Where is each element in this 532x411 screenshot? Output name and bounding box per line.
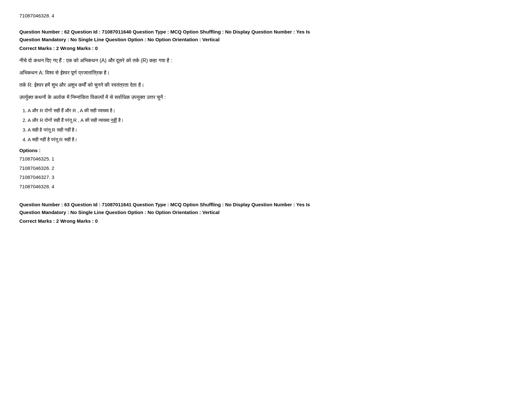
q62-choice-3: 3. A सही है परंतु R सही नहीं है। bbox=[23, 125, 513, 135]
q62-meta: Question Number : 62 Question Id : 71087… bbox=[19, 28, 513, 44]
q62-marks: Correct Marks : 2 Wrong Marks : 0 bbox=[19, 45, 513, 51]
q62-option-val-4: 71087046328. 4 bbox=[19, 182, 513, 191]
top-option-id: 71087046328. 4 bbox=[19, 13, 513, 18]
q62-meta-line1: Question Number : 62 Question Id : 71087… bbox=[19, 29, 310, 34]
q62-options-heading: Options : bbox=[19, 148, 513, 153]
q62-meta-line2: Question Mandatory : No Single Line Ques… bbox=[19, 37, 220, 42]
q62-statement-r: तर्क R: ईश्वर हमें शुभ और अशुभ कर्मों को… bbox=[19, 80, 513, 90]
q63-meta: Question Number : 63 Question Id : 71087… bbox=[19, 201, 513, 216]
q62-intro: नीचे दो कथन दिए गए हैं : एक को अभिकथन (A… bbox=[19, 55, 513, 66]
question-62-block: Question Number : 62 Question Id : 71087… bbox=[19, 28, 513, 191]
q63-marks: Correct Marks : 2 Wrong Marks : 0 bbox=[19, 218, 513, 224]
question-63-block: Question Number : 63 Question Id : 71087… bbox=[19, 201, 513, 224]
q62-option-val-3: 71087046327. 3 bbox=[19, 173, 513, 182]
q62-option-val-1: 71087046325. 1 bbox=[19, 154, 513, 164]
q63-meta-line1: Question Number : 63 Question Id : 71087… bbox=[19, 202, 310, 207]
q62-choice-2: 2. A और R दोनों सही हैं परंतु R , A की स… bbox=[23, 115, 513, 125]
q63-meta-line2: Question Mandatory : No Single Line Ques… bbox=[19, 210, 220, 215]
q62-option-val-2: 71087046326. 2 bbox=[19, 164, 513, 173]
q62-statement-a: अभिकथन A: विश्व से ईश्वर पूर्ण प्रजातांत… bbox=[19, 68, 513, 78]
q62-choice-1: 1. A और R दोनों सही हैं और R , A की सही … bbox=[23, 106, 513, 115]
q62-choice-4: 4. A सही नहीं है परंतु R सही है। bbox=[23, 135, 513, 144]
q62-instruction: उपर्युक्त कथनों के अलोक में निम्नांकित व… bbox=[19, 92, 513, 103]
q62-choices-list: 1. A और R दोनों सही हैं और R , A की सही … bbox=[19, 106, 513, 144]
